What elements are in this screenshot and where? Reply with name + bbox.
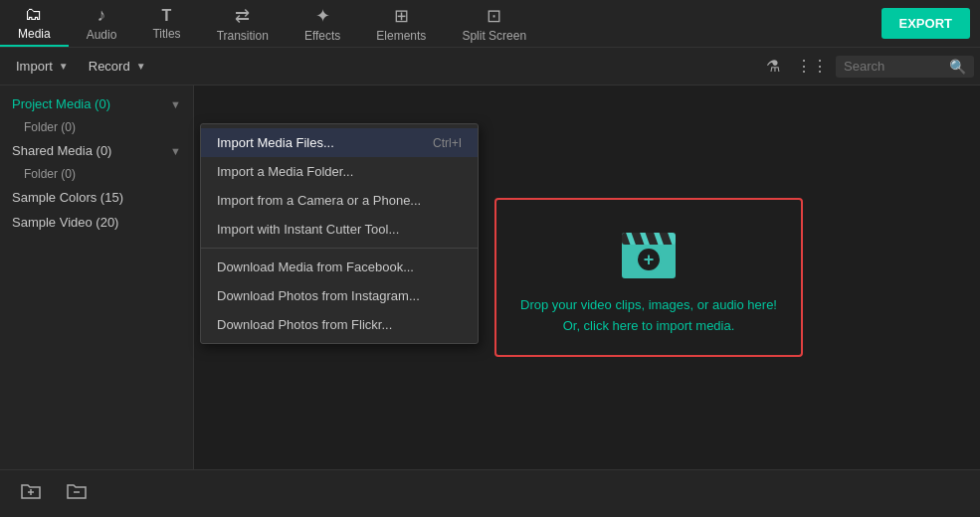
menu-import-instant-cutter[interactable]: Import with Instant Cutter Tool...: [201, 215, 478, 244]
menu-import-camera[interactable]: Import from a Camera or a Phone...: [201, 186, 478, 215]
add-folder-icon: [20, 480, 42, 502]
sidebar-item-folder-2[interactable]: Folder (0): [0, 163, 193, 185]
sidebar-item-shared-media[interactable]: Shared Media (0) ▼: [0, 138, 193, 163]
menu-download-facebook[interactable]: Download Media from Facebook...: [201, 253, 478, 281]
filter-icon-button[interactable]: ⚗: [758, 53, 788, 80]
import-dropdown[interactable]: Import ▼: [6, 55, 79, 78]
drop-zone[interactable]: + Drop your video clips, images, or audi…: [494, 198, 803, 357]
record-arrow-icon: ▼: [136, 61, 146, 72]
bottom-toolbar: [0, 469, 980, 517]
import-label: Import: [16, 59, 53, 74]
nav-titles[interactable]: T Titles: [134, 0, 198, 47]
elements-icon: ⊞: [394, 5, 409, 27]
delete-folder-button[interactable]: [58, 474, 96, 513]
record-label: Record: [89, 59, 130, 74]
svg-text:+: +: [644, 250, 655, 269]
media-icon: 🗂: [25, 4, 43, 25]
nav-titles-label: Titles: [152, 27, 180, 41]
import-dropdown-menu: Import Media Files... Ctrl+I Import a Me…: [200, 123, 479, 344]
search-input[interactable]: [844, 59, 943, 74]
add-folder-button[interactable]: [12, 474, 50, 513]
nav-elements[interactable]: ⊞ Elements: [358, 0, 444, 47]
menu-import-media-folder[interactable]: Import a Media Folder...: [201, 157, 478, 186]
import-camera-label: Import from a Camera or a Phone...: [217, 193, 421, 208]
splitscreen-icon: ⊡: [487, 5, 501, 27]
sidebar-item-sample-colors[interactable]: Sample Colors (15): [0, 185, 193, 210]
nav-media-label: Media: [18, 27, 51, 41]
clapboard-icon: +: [614, 219, 684, 283]
top-nav: 🗂 Media ♪ Audio T Titles ⇄ Transition ✦ …: [0, 0, 980, 48]
main-area: Project Media (0) ▼ Folder (0) Shared Me…: [0, 86, 980, 469]
import-media-folder-label: Import a Media Folder...: [217, 164, 353, 179]
search-box: 🔍: [836, 56, 974, 78]
sample-video-label: Sample Video (20): [12, 215, 118, 230]
project-media-chevron-icon: ▼: [170, 98, 181, 110]
nav-elements-label: Elements: [376, 29, 426, 43]
sidebar: Project Media (0) ▼ Folder (0) Shared Me…: [0, 86, 194, 469]
nav-audio-label: Audio: [87, 28, 117, 42]
nav-media[interactable]: 🗂 Media: [0, 0, 69, 47]
titles-icon: T: [162, 7, 172, 25]
nav-effects-label: Effects: [304, 29, 340, 43]
menu-import-media-files[interactable]: Import Media Files... Ctrl+I: [201, 128, 478, 157]
shared-media-label: Shared Media (0): [12, 143, 111, 158]
sidebar-item-sample-video[interactable]: Sample Video (20): [0, 210, 193, 235]
nav-splitscreen-label: Split Screen: [462, 29, 526, 43]
nav-effects[interactable]: ✦ Effects: [287, 0, 358, 47]
transition-icon: ⇄: [235, 5, 250, 27]
sample-colors-label: Sample Colors (15): [12, 190, 123, 205]
content-area: Import Media Files... Ctrl+I Import a Me…: [194, 86, 980, 469]
drop-zone-text: Drop your video clips, images, or audio …: [520, 295, 777, 337]
audio-icon: ♪: [98, 5, 106, 26]
download-flickr-label: Download Photos from Flickr...: [217, 317, 392, 332]
import-arrow-icon: ▼: [59, 61, 69, 72]
shared-media-chevron-icon: ▼: [170, 145, 181, 157]
nav-transition-label: Transition: [217, 29, 269, 43]
folder-1-label: Folder (0): [24, 120, 76, 134]
nav-audio[interactable]: ♪ Audio: [69, 0, 135, 47]
second-row: Import ▼ Record ▼ ⚗ ⋮⋮ 🔍: [0, 48, 980, 86]
download-instagram-label: Download Photos from Instagram...: [217, 288, 420, 303]
search-icon: 🔍: [949, 59, 966, 75]
download-facebook-label: Download Media from Facebook...: [217, 259, 414, 274]
menu-download-instagram[interactable]: Download Photos from Instagram...: [201, 281, 478, 310]
delete-folder-icon: [66, 480, 88, 502]
project-media-label: Project Media (0): [12, 96, 110, 111]
import-media-shortcut: Ctrl+I: [433, 136, 462, 150]
record-dropdown[interactable]: Record ▼: [79, 55, 156, 78]
nav-splitscreen[interactable]: ⊡ Split Screen: [444, 0, 544, 47]
menu-divider: [201, 248, 478, 249]
nav-transition[interactable]: ⇄ Transition: [199, 0, 287, 47]
drop-zone-line1: Drop your video clips, images, or audio …: [520, 295, 777, 316]
sidebar-item-project-media[interactable]: Project Media (0) ▼: [0, 91, 193, 116]
effects-icon: ✦: [315, 5, 330, 27]
export-button[interactable]: EXPORT: [882, 8, 970, 39]
sidebar-item-folder-1[interactable]: Folder (0): [0, 116, 193, 138]
folder-2-label: Folder (0): [24, 167, 76, 181]
drop-zone-line2: Or, click here to import media.: [520, 316, 777, 337]
grid-view-icon-button[interactable]: ⋮⋮: [788, 53, 836, 80]
import-media-files-label: Import Media Files...: [217, 135, 334, 150]
menu-download-flickr[interactable]: Download Photos from Flickr...: [201, 310, 478, 339]
import-instant-cutter-label: Import with Instant Cutter Tool...: [217, 222, 399, 237]
